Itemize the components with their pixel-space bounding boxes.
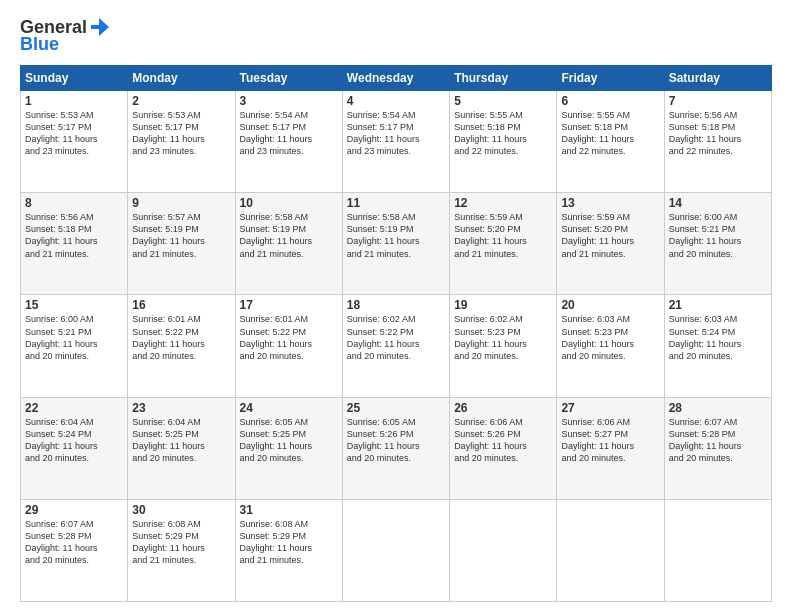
- day-info: Sunrise: 5:53 AM Sunset: 5:17 PM Dayligh…: [132, 109, 230, 158]
- day-info: Sunrise: 6:08 AM Sunset: 5:29 PM Dayligh…: [132, 518, 230, 567]
- day-number: 22: [25, 401, 123, 415]
- day-number: 16: [132, 298, 230, 312]
- calendar-cell: 12Sunrise: 5:59 AM Sunset: 5:20 PM Dayli…: [450, 193, 557, 295]
- day-info: Sunrise: 6:06 AM Sunset: 5:26 PM Dayligh…: [454, 416, 552, 465]
- weekday-header: Thursday: [450, 66, 557, 91]
- day-number: 7: [669, 94, 767, 108]
- day-number: 4: [347, 94, 445, 108]
- day-number: 10: [240, 196, 338, 210]
- day-info: Sunrise: 6:04 AM Sunset: 5:24 PM Dayligh…: [25, 416, 123, 465]
- calendar-cell: 24Sunrise: 6:05 AM Sunset: 5:25 PM Dayli…: [235, 397, 342, 499]
- calendar-cell: 11Sunrise: 5:58 AM Sunset: 5:19 PM Dayli…: [342, 193, 449, 295]
- calendar-cell: 28Sunrise: 6:07 AM Sunset: 5:28 PM Dayli…: [664, 397, 771, 499]
- svg-marker-0: [91, 18, 109, 36]
- day-info: Sunrise: 6:02 AM Sunset: 5:23 PM Dayligh…: [454, 313, 552, 362]
- day-number: 21: [669, 298, 767, 312]
- day-number: 9: [132, 196, 230, 210]
- day-info: Sunrise: 6:04 AM Sunset: 5:25 PM Dayligh…: [132, 416, 230, 465]
- calendar-cell: 9Sunrise: 5:57 AM Sunset: 5:19 PM Daylig…: [128, 193, 235, 295]
- day-info: Sunrise: 6:03 AM Sunset: 5:23 PM Dayligh…: [561, 313, 659, 362]
- day-number: 2: [132, 94, 230, 108]
- calendar-week-row: 8Sunrise: 5:56 AM Sunset: 5:18 PM Daylig…: [21, 193, 772, 295]
- weekday-header: Wednesday: [342, 66, 449, 91]
- day-info: Sunrise: 5:59 AM Sunset: 5:20 PM Dayligh…: [454, 211, 552, 260]
- calendar-cell: [664, 499, 771, 601]
- day-info: Sunrise: 6:00 AM Sunset: 5:21 PM Dayligh…: [669, 211, 767, 260]
- day-number: 30: [132, 503, 230, 517]
- logo: General Blue: [20, 16, 111, 55]
- calendar-cell: 4Sunrise: 5:54 AM Sunset: 5:17 PM Daylig…: [342, 91, 449, 193]
- calendar-cell: 20Sunrise: 6:03 AM Sunset: 5:23 PM Dayli…: [557, 295, 664, 397]
- day-info: Sunrise: 6:08 AM Sunset: 5:29 PM Dayligh…: [240, 518, 338, 567]
- calendar-cell: [450, 499, 557, 601]
- day-info: Sunrise: 5:56 AM Sunset: 5:18 PM Dayligh…: [669, 109, 767, 158]
- day-info: Sunrise: 5:58 AM Sunset: 5:19 PM Dayligh…: [240, 211, 338, 260]
- day-number: 18: [347, 298, 445, 312]
- calendar-cell: 30Sunrise: 6:08 AM Sunset: 5:29 PM Dayli…: [128, 499, 235, 601]
- calendar-week-row: 29Sunrise: 6:07 AM Sunset: 5:28 PM Dayli…: [21, 499, 772, 601]
- day-info: Sunrise: 5:56 AM Sunset: 5:18 PM Dayligh…: [25, 211, 123, 260]
- day-number: 27: [561, 401, 659, 415]
- day-number: 26: [454, 401, 552, 415]
- day-info: Sunrise: 6:01 AM Sunset: 5:22 PM Dayligh…: [240, 313, 338, 362]
- day-info: Sunrise: 5:54 AM Sunset: 5:17 PM Dayligh…: [240, 109, 338, 158]
- day-number: 15: [25, 298, 123, 312]
- calendar-cell: 29Sunrise: 6:07 AM Sunset: 5:28 PM Dayli…: [21, 499, 128, 601]
- calendar-cell: 13Sunrise: 5:59 AM Sunset: 5:20 PM Dayli…: [557, 193, 664, 295]
- calendar-cell: 21Sunrise: 6:03 AM Sunset: 5:24 PM Dayli…: [664, 295, 771, 397]
- day-number: 29: [25, 503, 123, 517]
- calendar-table: SundayMondayTuesdayWednesdayThursdayFrid…: [20, 65, 772, 602]
- day-info: Sunrise: 5:53 AM Sunset: 5:17 PM Dayligh…: [25, 109, 123, 158]
- day-number: 17: [240, 298, 338, 312]
- day-number: 25: [347, 401, 445, 415]
- calendar-cell: 3Sunrise: 5:54 AM Sunset: 5:17 PM Daylig…: [235, 91, 342, 193]
- calendar-cell: 5Sunrise: 5:55 AM Sunset: 5:18 PM Daylig…: [450, 91, 557, 193]
- day-info: Sunrise: 6:05 AM Sunset: 5:25 PM Dayligh…: [240, 416, 338, 465]
- day-info: Sunrise: 5:54 AM Sunset: 5:17 PM Dayligh…: [347, 109, 445, 158]
- day-number: 31: [240, 503, 338, 517]
- calendar-cell: 1Sunrise: 5:53 AM Sunset: 5:17 PM Daylig…: [21, 91, 128, 193]
- weekday-header: Monday: [128, 66, 235, 91]
- calendar-cell: 25Sunrise: 6:05 AM Sunset: 5:26 PM Dayli…: [342, 397, 449, 499]
- calendar-cell: 22Sunrise: 6:04 AM Sunset: 5:24 PM Dayli…: [21, 397, 128, 499]
- calendar-cell: 2Sunrise: 5:53 AM Sunset: 5:17 PM Daylig…: [128, 91, 235, 193]
- day-info: Sunrise: 6:06 AM Sunset: 5:27 PM Dayligh…: [561, 416, 659, 465]
- day-info: Sunrise: 6:02 AM Sunset: 5:22 PM Dayligh…: [347, 313, 445, 362]
- day-number: 24: [240, 401, 338, 415]
- calendar-cell: [557, 499, 664, 601]
- calendar-cell: 6Sunrise: 5:55 AM Sunset: 5:18 PM Daylig…: [557, 91, 664, 193]
- calendar-cell: 27Sunrise: 6:06 AM Sunset: 5:27 PM Dayli…: [557, 397, 664, 499]
- calendar-cell: 18Sunrise: 6:02 AM Sunset: 5:22 PM Dayli…: [342, 295, 449, 397]
- day-info: Sunrise: 6:07 AM Sunset: 5:28 PM Dayligh…: [25, 518, 123, 567]
- logo-arrow-icon: [89, 16, 111, 38]
- calendar-cell: 16Sunrise: 6:01 AM Sunset: 5:22 PM Dayli…: [128, 295, 235, 397]
- day-info: Sunrise: 6:07 AM Sunset: 5:28 PM Dayligh…: [669, 416, 767, 465]
- day-info: Sunrise: 6:01 AM Sunset: 5:22 PM Dayligh…: [132, 313, 230, 362]
- day-number: 3: [240, 94, 338, 108]
- day-number: 13: [561, 196, 659, 210]
- calendar-cell: 31Sunrise: 6:08 AM Sunset: 5:29 PM Dayli…: [235, 499, 342, 601]
- calendar-cell: 8Sunrise: 5:56 AM Sunset: 5:18 PM Daylig…: [21, 193, 128, 295]
- day-number: 14: [669, 196, 767, 210]
- calendar-cell: 26Sunrise: 6:06 AM Sunset: 5:26 PM Dayli…: [450, 397, 557, 499]
- day-info: Sunrise: 6:05 AM Sunset: 5:26 PM Dayligh…: [347, 416, 445, 465]
- day-info: Sunrise: 5:55 AM Sunset: 5:18 PM Dayligh…: [561, 109, 659, 158]
- calendar-week-row: 1Sunrise: 5:53 AM Sunset: 5:17 PM Daylig…: [21, 91, 772, 193]
- weekday-header: Friday: [557, 66, 664, 91]
- day-number: 11: [347, 196, 445, 210]
- day-number: 6: [561, 94, 659, 108]
- calendar-cell: 19Sunrise: 6:02 AM Sunset: 5:23 PM Dayli…: [450, 295, 557, 397]
- day-info: Sunrise: 5:59 AM Sunset: 5:20 PM Dayligh…: [561, 211, 659, 260]
- calendar-header-row: SundayMondayTuesdayWednesdayThursdayFrid…: [21, 66, 772, 91]
- calendar-week-row: 15Sunrise: 6:00 AM Sunset: 5:21 PM Dayli…: [21, 295, 772, 397]
- day-number: 20: [561, 298, 659, 312]
- weekday-header: Saturday: [664, 66, 771, 91]
- day-number: 8: [25, 196, 123, 210]
- calendar-cell: 7Sunrise: 5:56 AM Sunset: 5:18 PM Daylig…: [664, 91, 771, 193]
- calendar-cell: [342, 499, 449, 601]
- day-info: Sunrise: 6:03 AM Sunset: 5:24 PM Dayligh…: [669, 313, 767, 362]
- day-number: 12: [454, 196, 552, 210]
- logo-text-blue: Blue: [20, 34, 59, 55]
- calendar-cell: 17Sunrise: 6:01 AM Sunset: 5:22 PM Dayli…: [235, 295, 342, 397]
- day-number: 1: [25, 94, 123, 108]
